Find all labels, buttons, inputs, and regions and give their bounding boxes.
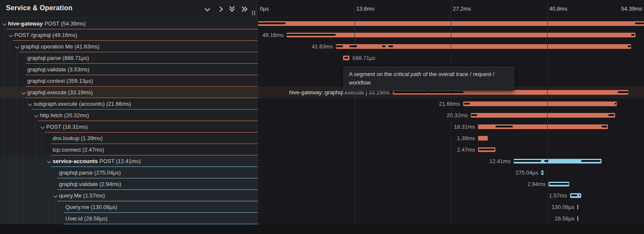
span-row-label[interactable]: service-accountsPOST (12.41ms) [0, 155, 258, 167]
span-bar[interactable] [287, 33, 636, 37]
span-duration-label: 2.47ms [457, 147, 475, 153]
critical-path-segment[interactable] [544, 160, 548, 162]
critical-path-segment[interactable] [495, 126, 513, 127]
span-bar[interactable] [463, 101, 617, 106]
critical-path-segment[interactable] [388, 45, 393, 47]
critical-path-segment[interactable] [542, 172, 543, 173]
critical-path-segment[interactable] [258, 23, 286, 24]
span-row-label[interactable]: POST (18.31ms) [0, 121, 258, 133]
indent-guide [3, 155, 4, 167]
critical-path-segment[interactable] [579, 195, 580, 196]
indent-guide [10, 75, 10, 87]
span-duration-label: 888.71µs [352, 55, 375, 61]
critical-path-segment[interactable] [549, 183, 569, 185]
span-row-label[interactable]: graphql.parse (275.04µs) [0, 167, 258, 178]
row-chevron-down-icon[interactable] [22, 90, 26, 95]
indent-guide [35, 213, 36, 224]
span-bar[interactable] [471, 113, 615, 118]
axis-tick-label: 13.6ms [356, 6, 374, 12]
critical-path-segment[interactable] [608, 114, 615, 116]
span-name: http.fetch (20.32ms) [40, 112, 89, 118]
span-duration-label: 18.31ms [454, 124, 475, 130]
span-row-label[interactable]: graphql.context (359.13µs) [0, 75, 258, 87]
row-chevron-down-icon[interactable] [28, 102, 32, 106]
span-row-label[interactable]: User.id (28.58µs) [0, 213, 258, 224]
critical-path-segment[interactable] [514, 160, 541, 162]
indent-guide [3, 213, 4, 224]
span-row-label[interactable]: graphql.parse (888.71µs) [0, 52, 258, 64]
critical-path-segment[interactable] [571, 195, 577, 196]
indent-guide [42, 213, 42, 224]
span-row-label[interactable]: POST /graphql (49.16ms) [0, 29, 258, 41]
indent-guide [35, 190, 36, 201]
critical-path-segment[interactable] [471, 114, 477, 116]
span-row-label[interactable]: graphql.execute (33.19ms) [0, 87, 258, 98]
span-bar[interactable] [577, 205, 578, 209]
row-chevron-down-icon[interactable] [47, 159, 51, 164]
indent-guide [16, 75, 17, 87]
span-name: User.id (28.58µs) [65, 215, 107, 222]
span-row-label[interactable]: http.fetch (20.32ms) [0, 110, 258, 121]
critical-path-segment[interactable] [382, 45, 385, 47]
critical-path-segment[interactable] [344, 57, 348, 59]
span-duration-label: 275.04µs [515, 169, 538, 176]
row-chevron-down-icon[interactable] [34, 113, 39, 118]
row-chevron-down-icon[interactable] [53, 194, 58, 198]
span-operation-duration: graphql.context (359.13µs) [27, 78, 93, 84]
span-name: graphql.validate (3.53ms) [27, 66, 90, 73]
span-operation-duration: POST (18.31ms) [46, 124, 87, 130]
row-chevron-down-icon[interactable] [15, 45, 20, 49]
panel-divider[interactable] [256, 0, 257, 224]
indent-guide [3, 52, 4, 64]
panel-resize-grip-icon[interactable] [252, 11, 256, 15]
row-chevron-down-icon[interactable] [9, 33, 13, 37]
indent-guide [22, 213, 23, 224]
indent-guide [3, 133, 4, 144]
indent-guide [22, 167, 23, 178]
chevron-right-icon[interactable] [217, 6, 224, 12]
critical-path-segment[interactable] [349, 45, 357, 47]
span-row-label[interactable]: tcp.connect (2.47ms) [0, 144, 258, 155]
span-bar[interactable] [336, 44, 631, 49]
indent-guide [42, 190, 42, 201]
timeline-gridline [354, 0, 355, 224]
critical-path-segment[interactable] [336, 45, 343, 47]
critical-path-segment[interactable] [581, 160, 601, 162]
critical-path-segment[interactable] [602, 126, 607, 127]
axis-tick-label: 40.8ms [549, 6, 568, 12]
span-row-label[interactable]: subgraph.execute (accounts) (21.66ms) [0, 98, 258, 110]
critical-path-segment[interactable] [628, 45, 631, 47]
chevron-down-icon[interactable] [204, 6, 211, 12]
span-row-label[interactable]: dns.lookup (1.39ms) [0, 133, 258, 144]
indent-guide [16, 133, 17, 144]
span-row-label[interactable]: Query.me (130.08µs) [0, 201, 258, 213]
double-chevron-right-icon[interactable] [240, 6, 247, 12]
critical-path-segment[interactable] [464, 103, 470, 104]
span-bar[interactable] [478, 136, 488, 141]
span-row-label[interactable]: hive-gatewayPOST (54.39ms) [0, 18, 258, 29]
indent-guide [10, 155, 10, 167]
span-row-label[interactable]: graphql.validate (3.53ms) [0, 64, 258, 75]
axis-tick-label: 0µs [260, 6, 269, 12]
double-chevron-down-icon[interactable] [229, 4, 236, 10]
span-row-label[interactable]: graphql.validate (2.94ms) [0, 178, 258, 190]
indent-guide [29, 155, 29, 167]
indent-guide [22, 144, 23, 155]
critical-path-segment[interactable] [287, 34, 336, 36]
critical-path-segment[interactable] [635, 23, 644, 24]
row-chevron-down-icon[interactable] [41, 125, 45, 129]
critical-path-segment[interactable] [618, 91, 628, 93]
critical-path-segment[interactable] [631, 34, 635, 36]
row-chevron-down-icon[interactable] [3, 22, 7, 26]
span-row-label[interactable]: graphql.operation Me (41.63ms) [0, 41, 258, 52]
span-operation-duration: graphql.operation Me (41.63ms) [21, 43, 99, 50]
critical-path-segment[interactable] [615, 103, 616, 104]
critical-path-tooltip: A segment on the critical path of the ov… [343, 67, 514, 91]
span-bar[interactable] [577, 216, 578, 221]
span-row-label[interactable]: query.Me (1.57ms) [0, 190, 258, 201]
indent-guide [29, 144, 29, 155]
critical-path-segment[interactable] [479, 149, 495, 150]
span-name: subgraph.execute (accounts) (21.66ms) [34, 101, 131, 107]
span-operation-duration: graphql.validate (3.53ms) [27, 66, 90, 73]
indent-guide [3, 167, 4, 178]
